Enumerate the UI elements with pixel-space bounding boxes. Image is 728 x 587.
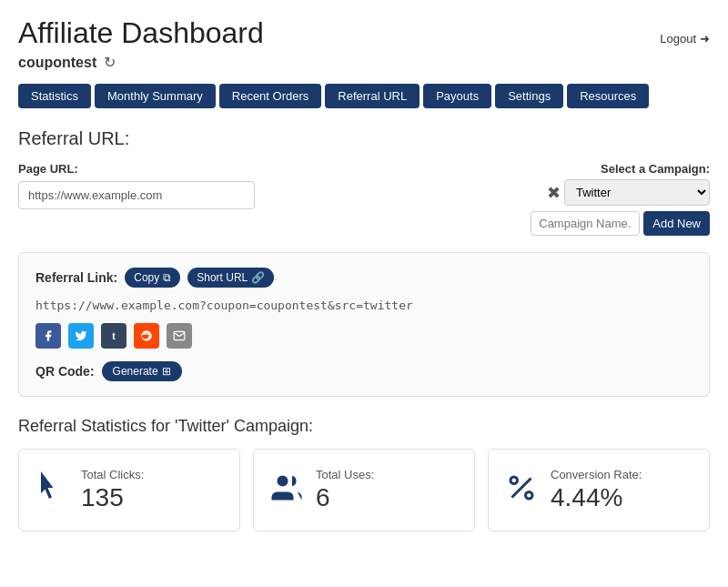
copy-icon: ⧉ bbox=[163, 271, 171, 284]
add-new-campaign-button[interactable]: Add New bbox=[643, 211, 710, 236]
tab-payouts[interactable]: Payouts bbox=[423, 84, 491, 108]
tab-statistics[interactable]: Statistics bbox=[18, 84, 91, 108]
logout-icon: ➜ bbox=[700, 32, 710, 46]
conversion-rate-card: Conversion Rate: 4.44% bbox=[488, 449, 710, 531]
campaign-select-label: Select a Campaign: bbox=[473, 162, 710, 176]
copy-label: Copy bbox=[134, 271, 159, 284]
generate-label: Generate bbox=[113, 365, 158, 378]
twitter-share-icon[interactable] bbox=[68, 323, 94, 349]
total-uses-label: Total Uses: bbox=[316, 468, 374, 481]
conversion-rate-value: 4.44% bbox=[551, 483, 642, 512]
users-icon bbox=[270, 471, 303, 510]
svg-point-1 bbox=[145, 336, 146, 337]
logout-button[interactable]: Logout ➜ bbox=[660, 32, 710, 46]
percent-icon bbox=[505, 471, 538, 510]
logout-label: Logout bbox=[660, 32, 696, 46]
username: coupontest bbox=[18, 55, 96, 71]
tumblr-share-icon[interactable]: t bbox=[101, 323, 126, 349]
page-url-input[interactable] bbox=[18, 181, 255, 209]
social-icons: t bbox=[35, 323, 693, 349]
facebook-share-icon[interactable] bbox=[35, 323, 61, 349]
svg-point-3 bbox=[278, 475, 288, 486]
campaign-select[interactable]: Twitter Facebook Instagram Default bbox=[564, 179, 710, 206]
tab-settings[interactable]: Settings bbox=[495, 84, 563, 108]
cursor-icon bbox=[35, 471, 68, 510]
page-url-label: Page URL: bbox=[18, 162, 455, 176]
clear-campaign-button[interactable]: ✖ bbox=[547, 185, 561, 201]
tab-recent-orders[interactable]: Recent Orders bbox=[219, 84, 322, 108]
referral-url-section-title: Referral URL: bbox=[18, 128, 710, 149]
referral-link-label: Referral Link: bbox=[35, 270, 117, 285]
conversion-rate-label: Conversion Rate: bbox=[551, 468, 642, 481]
total-clicks-label: Total Clicks: bbox=[81, 468, 144, 481]
total-clicks-card: Total Clicks: 135 bbox=[18, 449, 240, 531]
stats-section-title: Referral Statistics for 'Twitter' Campai… bbox=[18, 417, 710, 436]
reddit-share-icon[interactable] bbox=[134, 323, 159, 349]
qr-code-label: QR Code: bbox=[35, 364, 95, 379]
referral-url-display: https://www.example.com?coupon=coupontes… bbox=[35, 299, 693, 312]
short-url-label: Short URL bbox=[197, 271, 248, 284]
qr-icon: ⊞ bbox=[162, 365, 171, 378]
svg-line-4 bbox=[512, 478, 531, 497]
stats-cards: Total Clicks: 135 Total Uses: 6 Conversi… bbox=[18, 449, 710, 531]
svg-point-6 bbox=[526, 491, 533, 499]
copy-button[interactable]: Copy ⧉ bbox=[125, 268, 180, 288]
svg-point-5 bbox=[511, 477, 518, 484]
tab-referral-url[interactable]: Referral URL bbox=[325, 84, 420, 108]
tab-monthly-summary[interactable]: Monthly Summary bbox=[95, 84, 216, 108]
total-uses-card: Total Uses: 6 bbox=[253, 449, 475, 531]
referral-link-box: Referral Link: Copy ⧉ Short URL 🔗 https:… bbox=[18, 252, 710, 397]
short-url-button[interactable]: Short URL 🔗 bbox=[187, 268, 274, 288]
tab-resources[interactable]: Resources bbox=[567, 84, 649, 108]
page-title: Affiliate Dashboard bbox=[18, 16, 264, 50]
link-icon: 🔗 bbox=[251, 271, 265, 284]
email-share-icon[interactable] bbox=[167, 323, 192, 349]
svg-point-2 bbox=[147, 336, 148, 337]
campaign-name-input[interactable] bbox=[531, 211, 640, 236]
total-clicks-value: 135 bbox=[81, 483, 144, 512]
nav-tabs: Statistics Monthly Summary Recent Orders… bbox=[18, 84, 710, 108]
refresh-icon[interactable]: ↻ bbox=[104, 54, 116, 71]
total-uses-value: 6 bbox=[316, 483, 374, 512]
generate-qr-button[interactable]: Generate ⊞ bbox=[102, 361, 182, 381]
